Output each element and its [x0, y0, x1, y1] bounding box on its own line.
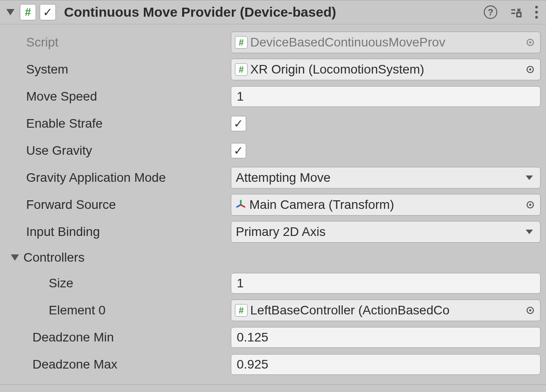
header-actions: ? [484, 5, 541, 19]
enable-checkbox[interactable]: ✓ [40, 4, 56, 20]
label-script: Script [5, 35, 231, 50]
svg-point-2 [535, 11, 538, 14]
object-picker-icon [522, 34, 538, 51]
row-controllers-size: Size [0, 270, 546, 297]
enable-strafe-checkbox[interactable]: ✓ [231, 116, 246, 131]
component-panel: # ✓ Continuous Move Provider (Device-bas… [0, 0, 546, 385]
controllers-element0-value: LeftBaseController (ActionBasedCo [250, 303, 519, 318]
label-controllers: Controllers [23, 250, 84, 265]
row-deadzone-max: Deadzone Max [0, 351, 546, 378]
label-forward-source: Forward Source [5, 198, 231, 212]
svg-point-11 [529, 309, 532, 312]
script-asset-icon: # [235, 36, 248, 49]
foldout-icon[interactable] [11, 254, 19, 261]
controllers-element0-field[interactable]: # LeftBaseController (ActionBasedCo [231, 300, 541, 321]
use-gravity-checkbox[interactable]: ✓ [231, 143, 246, 158]
dropdown-arrow-icon [526, 175, 533, 180]
label-deadzone-min: Deadzone Min [5, 330, 231, 345]
label-move-speed: Move Speed [5, 89, 231, 104]
row-enable-strafe: Enable Strafe ✓ [0, 110, 546, 137]
help-icon[interactable]: ? [484, 5, 497, 19]
controllers-header[interactable]: Controllers [0, 245, 546, 270]
label-enable-strafe: Enable Strafe [5, 116, 231, 131]
dropdown-arrow-icon [526, 230, 533, 234]
svg-point-5 [529, 42, 532, 44]
label-system: System [5, 62, 231, 77]
component-body: Script # DeviceBasedContinuousMoveProv S… [0, 24, 546, 384]
row-move-speed: Move Speed [0, 83, 546, 110]
script-field: # DeviceBasedContinuousMoveProv [231, 32, 541, 53]
svg-point-9 [529, 204, 532, 206]
row-forward-source: Forward Source Main Camera (Transform) [0, 191, 546, 218]
label-deadzone-max: Deadzone Max [5, 357, 231, 372]
gravity-mode-value: Attempting Move [236, 171, 330, 185]
label-controllers-size: Size [5, 276, 231, 291]
foldout-icon[interactable] [6, 9, 14, 15]
row-script: Script # DeviceBasedContinuousMoveProv [0, 29, 546, 56]
script-value: DeviceBasedContinuousMoveProv [250, 35, 519, 50]
input-binding-popup[interactable]: Primary 2D Axis [231, 221, 541, 243]
svg-point-7 [529, 69, 532, 71]
svg-point-1 [535, 6, 538, 9]
deadzone-max-input[interactable] [231, 354, 541, 375]
svg-rect-0 [517, 13, 521, 17]
preset-icon[interactable] [509, 5, 523, 19]
move-speed-input[interactable] [231, 86, 541, 107]
component-title: Continuous Move Provider (Device-based) [60, 5, 480, 20]
forward-source-field[interactable]: Main Camera (Transform) [231, 194, 541, 216]
label-input-binding: Input Binding [5, 225, 231, 239]
svg-point-3 [535, 16, 538, 18]
deadzone-min-input[interactable] [231, 327, 541, 348]
script-icon: # [20, 4, 36, 20]
row-use-gravity: Use Gravity ✓ [0, 137, 546, 164]
script-ref-icon: # [235, 304, 248, 317]
kebab-menu-icon[interactable] [534, 5, 539, 19]
row-gravity-mode: Gravity Application Mode Attempting Move [0, 164, 546, 191]
row-system: System # XR Origin (LocomotionSystem) [0, 56, 546, 83]
row-controllers-element0: Element 0 # LeftBaseController (ActionBa… [0, 297, 546, 324]
label-use-gravity: Use Gravity [5, 143, 231, 158]
input-binding-value: Primary 2D Axis [236, 225, 326, 239]
row-input-binding: Input Binding Primary 2D Axis [0, 218, 546, 245]
forward-source-value: Main Camera (Transform) [249, 198, 519, 212]
system-value: XR Origin (LocomotionSystem) [250, 62, 519, 77]
object-picker-icon[interactable] [522, 197, 538, 213]
row-deadzone-min: Deadzone Min [0, 324, 546, 351]
component-header[interactable]: # ✓ Continuous Move Provider (Device-bas… [0, 0, 546, 24]
controllers-size-input[interactable] [231, 273, 541, 294]
label-gravity-mode: Gravity Application Mode [5, 171, 231, 185]
gravity-mode-popup[interactable]: Attempting Move [231, 167, 541, 189]
system-field[interactable]: # XR Origin (LocomotionSystem) [231, 59, 541, 80]
transform-icon [235, 199, 247, 211]
label-controllers-element0: Element 0 [5, 303, 231, 318]
script-ref-icon: # [235, 63, 248, 76]
object-picker-icon[interactable] [522, 61, 538, 78]
object-picker-icon[interactable] [522, 302, 538, 318]
